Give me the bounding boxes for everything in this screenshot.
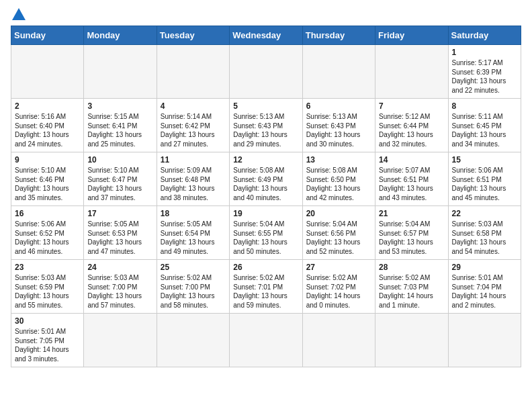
cell-sun-info: Sunrise: 5:10 AMSunset: 6:47 PMDaylight:… bbox=[87, 166, 152, 202]
cell-sun-info: Sunrise: 5:02 AMSunset: 7:02 PMDaylight:… bbox=[306, 273, 371, 310]
day-number: 20 bbox=[306, 209, 371, 218]
day-number: 23 bbox=[15, 263, 80, 272]
day-number: 18 bbox=[161, 209, 226, 218]
cell-sun-info: Sunrise: 5:05 AMSunset: 6:53 PMDaylight:… bbox=[87, 220, 152, 256]
cell-sun-info: Sunrise: 5:06 AMSunset: 6:52 PMDaylight:… bbox=[15, 220, 80, 256]
calendar-cell: 3Sunrise: 5:15 AMSunset: 6:41 PMDaylight… bbox=[84, 99, 157, 152]
cell-sun-info: Sunrise: 5:02 AMSunset: 7:03 PMDaylight:… bbox=[379, 273, 444, 310]
day-number: 11 bbox=[161, 155, 226, 165]
day-number: 3 bbox=[87, 101, 152, 111]
calendar-cell: 7Sunrise: 5:12 AMSunset: 6:44 PMDaylight… bbox=[375, 99, 448, 152]
calendar-header-row: SundayMondayTuesdayWednesdayThursdayFrid… bbox=[11, 26, 521, 45]
day-number: 25 bbox=[161, 263, 226, 272]
day-number: 28 bbox=[379, 263, 444, 272]
calendar-cell bbox=[157, 45, 229, 99]
cell-sun-info: Sunrise: 5:03 AMSunset: 6:58 PMDaylight:… bbox=[452, 220, 517, 256]
calendar-cell: 22Sunrise: 5:03 AMSunset: 6:58 PMDayligh… bbox=[448, 206, 521, 260]
cell-sun-info: Sunrise: 5:14 AMSunset: 6:42 PMDaylight:… bbox=[161, 112, 226, 148]
calendar-cell bbox=[84, 314, 157, 367]
day-number: 17 bbox=[87, 209, 152, 218]
calendar-cell bbox=[230, 45, 302, 99]
cell-sun-info: Sunrise: 5:04 AMSunset: 6:57 PMDaylight:… bbox=[379, 220, 444, 256]
cell-sun-info: Sunrise: 5:01 AMSunset: 7:05 PMDaylight:… bbox=[15, 327, 80, 363]
weekday-header-friday: Friday bbox=[375, 26, 448, 45]
weekday-header-sunday: Sunday bbox=[11, 26, 84, 45]
calendar-cell: 30Sunrise: 5:01 AMSunset: 7:05 PMDayligh… bbox=[11, 314, 84, 367]
cell-sun-info: Sunrise: 5:10 AMSunset: 6:46 PMDaylight:… bbox=[15, 166, 80, 202]
calendar-cell: 11Sunrise: 5:09 AMSunset: 6:48 PMDayligh… bbox=[157, 152, 229, 206]
calendar-cell: 10Sunrise: 5:10 AMSunset: 6:47 PMDayligh… bbox=[84, 152, 157, 206]
logo-triangle-icon bbox=[12, 8, 26, 20]
day-number: 22 bbox=[452, 209, 517, 218]
calendar-cell bbox=[84, 45, 157, 99]
cell-sun-info: Sunrise: 5:11 AMSunset: 6:45 PMDaylight:… bbox=[452, 112, 517, 148]
day-number: 8 bbox=[452, 101, 517, 111]
day-number: 21 bbox=[379, 209, 444, 218]
day-number: 16 bbox=[15, 209, 80, 218]
day-number: 7 bbox=[379, 101, 444, 111]
calendar-week-row: 16Sunrise: 5:06 AMSunset: 6:52 PMDayligh… bbox=[11, 206, 521, 260]
calendar-cell: 23Sunrise: 5:03 AMSunset: 6:59 PMDayligh… bbox=[11, 260, 84, 314]
calendar-cell: 14Sunrise: 5:07 AMSunset: 6:51 PMDayligh… bbox=[375, 152, 448, 206]
day-number: 5 bbox=[233, 101, 298, 111]
cell-sun-info: Sunrise: 5:08 AMSunset: 6:50 PMDaylight:… bbox=[306, 166, 371, 202]
calendar-cell: 19Sunrise: 5:04 AMSunset: 6:55 PMDayligh… bbox=[230, 206, 302, 260]
calendar-cell: 21Sunrise: 5:04 AMSunset: 6:57 PMDayligh… bbox=[375, 206, 448, 260]
weekday-header-thursday: Thursday bbox=[302, 26, 375, 45]
cell-sun-info: Sunrise: 5:08 AMSunset: 6:49 PMDaylight:… bbox=[233, 166, 298, 202]
day-number: 10 bbox=[87, 155, 152, 165]
calendar-cell: 25Sunrise: 5:02 AMSunset: 7:00 PMDayligh… bbox=[157, 260, 229, 314]
calendar-week-row: 9Sunrise: 5:10 AMSunset: 6:46 PMDaylight… bbox=[11, 152, 521, 206]
day-number: 13 bbox=[306, 155, 371, 165]
day-number: 24 bbox=[87, 263, 152, 272]
calendar-cell: 24Sunrise: 5:03 AMSunset: 7:00 PMDayligh… bbox=[84, 260, 157, 314]
day-number: 6 bbox=[306, 101, 371, 111]
calendar-cell: 28Sunrise: 5:02 AMSunset: 7:03 PMDayligh… bbox=[375, 260, 448, 314]
calendar-cell: 29Sunrise: 5:01 AMSunset: 7:04 PMDayligh… bbox=[448, 260, 521, 314]
calendar-cell: 17Sunrise: 5:05 AMSunset: 6:53 PMDayligh… bbox=[84, 206, 157, 260]
cell-sun-info: Sunrise: 5:12 AMSunset: 6:44 PMDaylight:… bbox=[379, 112, 444, 148]
calendar-cell: 15Sunrise: 5:06 AMSunset: 6:51 PMDayligh… bbox=[448, 152, 521, 206]
cell-sun-info: Sunrise: 5:04 AMSunset: 6:55 PMDaylight:… bbox=[233, 220, 298, 256]
calendar-cell: 18Sunrise: 5:05 AMSunset: 6:54 PMDayligh… bbox=[157, 206, 229, 260]
calendar-cell bbox=[448, 314, 521, 367]
calendar-week-row: 1Sunrise: 5:17 AMSunset: 6:39 PMDaylight… bbox=[11, 45, 521, 99]
day-number: 12 bbox=[233, 155, 298, 165]
calendar-cell: 6Sunrise: 5:13 AMSunset: 6:43 PMDaylight… bbox=[302, 99, 375, 152]
calendar-table: SundayMondayTuesdayWednesdayThursdayFrid… bbox=[11, 26, 521, 367]
day-number: 14 bbox=[379, 155, 444, 165]
calendar-cell: 2Sunrise: 5:16 AMSunset: 6:40 PMDaylight… bbox=[11, 99, 84, 152]
calendar-cell bbox=[375, 314, 448, 367]
cell-sun-info: Sunrise: 5:09 AMSunset: 6:48 PMDaylight:… bbox=[161, 166, 226, 202]
calendar-cell: 12Sunrise: 5:08 AMSunset: 6:49 PMDayligh… bbox=[230, 152, 302, 206]
logo bbox=[11, 11, 26, 20]
calendar-week-row: 30Sunrise: 5:01 AMSunset: 7:05 PMDayligh… bbox=[11, 314, 521, 367]
cell-sun-info: Sunrise: 5:06 AMSunset: 6:51 PMDaylight:… bbox=[452, 166, 517, 202]
day-number: 30 bbox=[15, 316, 80, 326]
calendar-cell bbox=[11, 45, 84, 99]
cell-sun-info: Sunrise: 5:02 AMSunset: 7:01 PMDaylight:… bbox=[233, 273, 298, 310]
cell-sun-info: Sunrise: 5:04 AMSunset: 6:56 PMDaylight:… bbox=[306, 220, 371, 256]
calendar-cell: 20Sunrise: 5:04 AMSunset: 6:56 PMDayligh… bbox=[302, 206, 375, 260]
calendar-body: 1Sunrise: 5:17 AMSunset: 6:39 PMDaylight… bbox=[11, 45, 521, 367]
day-number: 1 bbox=[452, 48, 517, 57]
day-number: 27 bbox=[306, 263, 371, 272]
day-number: 4 bbox=[161, 101, 226, 111]
cell-sun-info: Sunrise: 5:17 AMSunset: 6:39 PMDaylight:… bbox=[452, 58, 517, 95]
cell-sun-info: Sunrise: 5:13 AMSunset: 6:43 PMDaylight:… bbox=[233, 112, 298, 148]
day-number: 26 bbox=[233, 263, 298, 272]
day-number: 9 bbox=[15, 155, 80, 165]
calendar-cell: 9Sunrise: 5:10 AMSunset: 6:46 PMDaylight… bbox=[11, 152, 84, 206]
calendar-cell bbox=[302, 45, 375, 99]
calendar-cell: 26Sunrise: 5:02 AMSunset: 7:01 PMDayligh… bbox=[230, 260, 302, 314]
cell-sun-info: Sunrise: 5:13 AMSunset: 6:43 PMDaylight:… bbox=[306, 112, 371, 148]
calendar-cell: 5Sunrise: 5:13 AMSunset: 6:43 PMDaylight… bbox=[230, 99, 302, 152]
calendar-cell bbox=[302, 314, 375, 367]
calendar-week-row: 2Sunrise: 5:16 AMSunset: 6:40 PMDaylight… bbox=[11, 99, 521, 152]
page-header bbox=[11, 11, 521, 20]
calendar-week-row: 23Sunrise: 5:03 AMSunset: 6:59 PMDayligh… bbox=[11, 260, 521, 314]
day-number: 19 bbox=[233, 209, 298, 218]
calendar-cell bbox=[230, 314, 302, 367]
weekday-header-tuesday: Tuesday bbox=[157, 26, 229, 45]
day-number: 29 bbox=[452, 263, 517, 272]
